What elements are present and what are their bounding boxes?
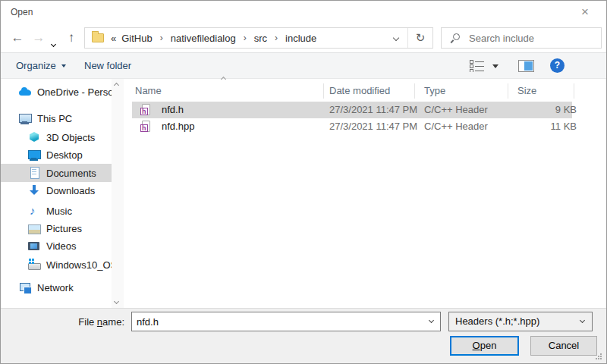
organize-label: Organize — [16, 60, 56, 71]
file-row-nfd-hpp[interactable]: h nfd.hpp 27/3/2021 11:47 PM C/C++ Heade… — [132, 118, 572, 135]
breadcrumb-overflow-button[interactable]: « — [104, 33, 120, 44]
views-dropdown-button[interactable] — [492, 58, 498, 74]
column-header-size[interactable]: Size — [517, 82, 536, 100]
sidebar-item-label: Pictures — [46, 223, 82, 234]
sidebar-item-desktop[interactable]: Desktop — [1, 146, 112, 164]
sidebar-item-pictures[interactable]: Pictures — [1, 219, 112, 237]
dialog-title: Open — [11, 7, 33, 17]
details-view-icon — [470, 60, 485, 72]
column-header-date-modified[interactable]: Date modified — [329, 82, 390, 100]
sidebar-item-label: Network — [37, 282, 74, 293]
close-icon[interactable]: × — [573, 2, 597, 22]
file-name: nfd.hpp — [162, 118, 194, 135]
sidebar-item-label: This PC — [37, 113, 72, 124]
header-file-icon: h — [142, 121, 150, 132]
breadcrumb-segment-nativefiledialog[interactable]: nativefiledialog — [169, 33, 237, 44]
sidebar-item-label: Videos — [46, 240, 77, 252]
organize-button[interactable]: Organize — [16, 53, 66, 78]
sidebar-item-windows10-os[interactable]: Windows10_OS ( — [1, 256, 112, 274]
chevron-down-icon — [393, 35, 399, 41]
up-button[interactable]: ↑ — [63, 30, 80, 46]
file-type: C/C++ Header — [424, 102, 488, 118]
column-divider[interactable] — [574, 83, 574, 99]
sidebar-item-videos[interactable]: Videos — [1, 237, 112, 255]
file-row-nfd-h[interactable]: h nfd.h 27/3/2021 11:47 PM C/C++ Header … — [132, 102, 572, 118]
column-headers: Name Date modified Type Size — [124, 82, 606, 100]
scroll-up-icon[interactable] — [114, 83, 119, 88]
sidebar-scrollbar[interactable] — [112, 79, 124, 308]
navigation-pane: OneDrive - Person This PC 3D Objects Des… — [1, 79, 112, 308]
scroll-down-icon[interactable] — [114, 299, 119, 304]
file-name: nfd.h — [162, 102, 184, 118]
file-name-label: File name: — [1, 316, 124, 328]
sidebar-item-label: Windows10_OS ( — [46, 259, 112, 271]
address-bar[interactable]: « GitHub › nativefiledialog › src › incl… — [84, 27, 433, 49]
help-button[interactable]: ? — [550, 58, 565, 73]
film-icon — [28, 240, 40, 252]
sidebar-item-onedrive[interactable]: OneDrive - Person — [1, 83, 112, 101]
computer-icon — [19, 112, 31, 124]
chevron-down-icon[interactable] — [429, 318, 434, 323]
sidebar-item-documents[interactable]: Documents — [1, 164, 112, 182]
file-list: Name Date modified Type Size h nfd.h 27/… — [124, 79, 606, 308]
document-icon — [28, 167, 40, 179]
back-button[interactable]: ← — [9, 30, 26, 46]
new-folder-label: New folder — [84, 60, 131, 71]
preview-pane-button[interactable] — [518, 60, 534, 72]
network-icon — [19, 281, 31, 293]
onedrive-cloud-icon — [19, 86, 31, 98]
file-size: 9 KB — [504, 102, 577, 118]
sidebar-item-3d-objects[interactable]: 3D Objects — [1, 128, 112, 146]
cancel-button[interactable]: Cancel — [530, 336, 597, 356]
new-folder-button[interactable]: New folder — [84, 53, 131, 78]
content-area: OneDrive - Person This PC 3D Objects Des… — [1, 79, 606, 308]
column-header-type[interactable]: Type — [424, 82, 445, 100]
column-header-name[interactable]: Name — [135, 82, 162, 100]
breadcrumb-segment-src[interactable]: src — [253, 33, 269, 44]
search-icon — [453, 33, 460, 40]
breadcrumb-separator[interactable]: › — [269, 33, 284, 43]
resize-grip[interactable] — [596, 353, 602, 360]
sidebar-item-label: Downloads — [46, 185, 95, 196]
breadcrumb-segment-github[interactable]: GitHub — [120, 33, 153, 44]
file-name-field[interactable] — [131, 312, 441, 331]
open-button[interactable]: Open — [450, 336, 519, 356]
column-divider[interactable] — [323, 83, 324, 99]
sidebar-item-label: 3D Objects — [46, 132, 95, 143]
command-toolbar: Organize New folder ? — [1, 52, 606, 79]
search-box[interactable] — [441, 27, 602, 49]
folder-icon — [92, 33, 104, 42]
chevron-down-icon — [580, 318, 585, 323]
3d-cube-icon — [28, 131, 40, 143]
file-date-modified: 27/3/2021 11:47 PM — [329, 118, 417, 135]
breadcrumb-segment-include[interactable]: include — [284, 33, 318, 44]
desktop-icon — [28, 149, 40, 161]
address-dropdown-button[interactable] — [385, 28, 407, 48]
column-divider[interactable] — [508, 83, 508, 99]
file-type: C/C++ Header — [424, 118, 488, 135]
dialog-footer: File name: Headers (*.h;*.hpp) Open Canc… — [1, 308, 606, 363]
breadcrumb-separator[interactable]: › — [154, 33, 169, 43]
titlebar: Open × — [1, 1, 606, 24]
sidebar-item-this-pc[interactable]: This PC — [1, 109, 112, 127]
breadcrumb-separator[interactable]: › — [237, 33, 253, 43]
music-note-icon — [28, 205, 40, 217]
file-size: 11 KB — [504, 118, 577, 135]
file-type-select[interactable]: Headers (*.h;*.hpp) — [448, 312, 593, 331]
search-input[interactable] — [469, 29, 598, 47]
navigation-bar: ← → ↑ « GitHub › nativefiledialog › src … — [1, 24, 606, 52]
dropdown-arrow-icon — [492, 64, 498, 68]
column-divider[interactable] — [414, 83, 415, 99]
sidebar-item-music[interactable]: Music — [1, 202, 112, 220]
refresh-button[interactable]: ↻ — [408, 31, 432, 45]
details-view-button[interactable] — [470, 60, 485, 75]
sidebar-item-downloads[interactable]: Downloads — [1, 181, 112, 199]
file-type-value: Headers (*.h;*.hpp) — [455, 315, 539, 327]
sidebar-item-label: OneDrive - Person — [37, 86, 112, 98]
chevron-down-icon — [50, 42, 55, 47]
open-file-dialog: Open × ← → ↑ « GitHub › nativefiledialog… — [0, 0, 607, 364]
header-file-icon: h — [142, 104, 150, 115]
recent-locations-button[interactable] — [48, 34, 58, 45]
file-name-input[interactable] — [137, 313, 420, 330]
sidebar-item-network[interactable]: Network — [1, 278, 112, 297]
